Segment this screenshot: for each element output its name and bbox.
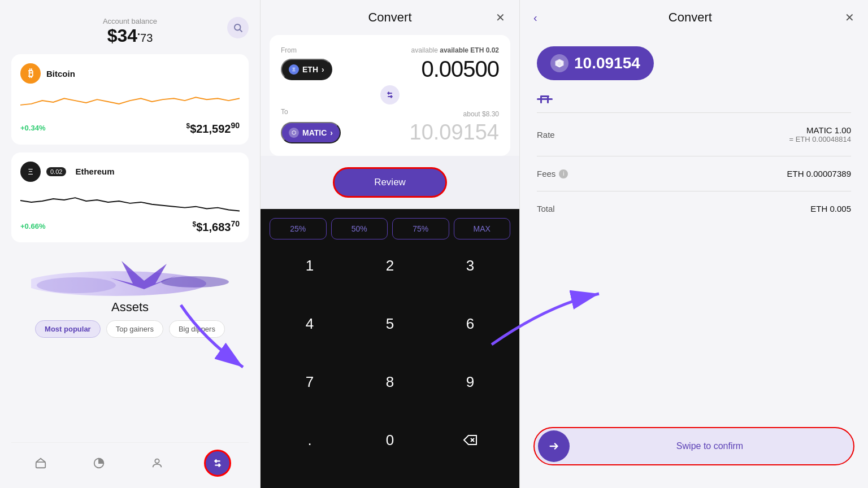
- key-1[interactable]: 1: [270, 246, 350, 285]
- right-panel-title: Convert: [543, 10, 837, 25]
- matic-token-selector[interactable]: ⬡ MATIC ›: [281, 122, 341, 143]
- key-dot[interactable]: .: [270, 421, 350, 459]
- matic-small-icon: [537, 94, 553, 105]
- eth-selector-chevron: ›: [322, 65, 324, 74]
- from-token-label: ETH: [302, 65, 318, 74]
- numpad-presets: 25% 50% 75% MAX: [270, 218, 510, 239]
- matic-badge-icon: [554, 58, 565, 68]
- eth-token-selector[interactable]: Ξ ETH ›: [281, 59, 332, 80]
- preset-50[interactable]: 50%: [331, 218, 388, 239]
- bitcoin-card[interactable]: ₿ Bitcoin +0.34% $$21,59290: [11, 54, 249, 145]
- search-icon: [233, 23, 243, 33]
- svg-line-1: [240, 29, 242, 32]
- rate-value: MATIC 1.00 = ETH 0.00048814: [789, 125, 852, 143]
- ethereum-name: Ethereum: [75, 167, 114, 176]
- bitcoin-change: +0.34%: [20, 124, 45, 132]
- fees-row: Fees i ETH 0.00007389: [537, 161, 851, 186]
- ethereum-badge: 0.02: [46, 167, 66, 176]
- review-button[interactable]: Review: [333, 167, 447, 198]
- assets-graphic-svg: [31, 252, 229, 298]
- divider-top: [537, 112, 851, 113]
- right-close-button[interactable]: ✕: [845, 11, 854, 24]
- ethereum-footer: +0.66% $$1,68370: [20, 219, 240, 234]
- right-header: ‹ Convert ✕: [520, 0, 868, 35]
- about-label: about $8.30: [463, 110, 499, 118]
- swipe-label: Swipe to confirm: [570, 441, 850, 451]
- to-row: To about $8.30 ⬡ MATIC › 10.09154: [281, 108, 499, 145]
- filter-top-gainers[interactable]: Top gainers: [106, 320, 163, 338]
- convert-close-button[interactable]: ✕: [492, 10, 508, 25]
- svg-point-0: [235, 24, 241, 30]
- assets-filters: Most popular Top gainers Big dippers: [11, 320, 249, 338]
- convert-result-badge: 10.09154: [537, 46, 654, 80]
- matic-selector-chevron: ›: [330, 128, 333, 137]
- nav-portfolio[interactable]: [88, 452, 110, 474]
- nav-profile[interactable]: [146, 452, 168, 474]
- divider-bottom: [537, 191, 851, 191]
- key-3[interactable]: 3: [430, 246, 510, 285]
- key-7[interactable]: 7: [270, 363, 350, 401]
- preset-25[interactable]: 25%: [270, 218, 327, 239]
- rate-label: Rate: [537, 130, 555, 140]
- key-9[interactable]: 9: [430, 363, 510, 401]
- user-icon: [151, 457, 163, 469]
- key-6[interactable]: 6: [430, 304, 510, 343]
- matic-result-icon: [550, 54, 568, 72]
- total-value: ETH 0.005: [810, 204, 851, 213]
- divider-mid: [537, 156, 851, 156]
- svg-point-4: [37, 277, 116, 293]
- total-row: Total ETH 0.005: [537, 196, 851, 221]
- from-amount: 0.00500: [421, 56, 499, 82]
- convert-icon: [211, 457, 224, 469]
- nav-convert[interactable]: [204, 450, 231, 477]
- account-balance-label: Account balance: [11, 17, 249, 25]
- convert-form: From available available ETH 0.02 Ξ ETH …: [270, 35, 510, 156]
- available-label: available available ETH 0.02: [411, 46, 499, 54]
- svg-point-5: [161, 276, 229, 287]
- back-button[interactable]: ‹: [533, 11, 537, 24]
- search-button[interactable]: [227, 17, 249, 38]
- eth-mini-icon: Ξ: [289, 64, 299, 75]
- convert-modal-title: Convert: [368, 10, 411, 25]
- assets-title: Assets: [11, 300, 249, 315]
- account-balance-value: $34.73: [11, 25, 249, 46]
- home-icon: [34, 457, 47, 469]
- key-0[interactable]: 0: [350, 421, 430, 459]
- to-label: To: [281, 108, 288, 118]
- preset-max[interactable]: MAX: [454, 218, 511, 239]
- bitcoin-card-header: ₿ Bitcoin: [20, 63, 240, 84]
- svg-rect-14: [540, 95, 549, 97]
- rate-row: Rate MATIC 1.00 = ETH 0.00048814: [537, 117, 851, 151]
- key-4[interactable]: 4: [270, 304, 350, 343]
- nav-home[interactable]: [29, 452, 52, 474]
- from-label: From: [281, 46, 297, 54]
- bitcoin-chart-svg: [20, 88, 240, 116]
- account-balance-dollars: $34: [107, 25, 137, 46]
- swipe-circle: [538, 430, 570, 462]
- swipe-area[interactable]: Swipe to confirm: [533, 427, 854, 465]
- middle-panel: Convert ✕ From available available ETH 0…: [260, 0, 520, 488]
- swap-button[interactable]: [380, 85, 400, 104]
- assets-graphic: [11, 252, 249, 298]
- filter-big-dippers[interactable]: Big dippers: [169, 320, 225, 338]
- key-2[interactable]: 2: [350, 246, 430, 285]
- bitcoin-icon: ₿: [20, 63, 41, 84]
- key-backspace[interactable]: [430, 421, 510, 459]
- filter-most-popular[interactable]: Most popular: [35, 320, 101, 338]
- ethereum-chart: [20, 186, 240, 215]
- bitcoin-price: $$21,59290: [186, 121, 240, 136]
- fees-info-icon[interactable]: i: [559, 169, 568, 178]
- matic-mini-icon: ⬡: [289, 128, 299, 138]
- key-8[interactable]: 8: [350, 363, 430, 401]
- ethereum-change: +0.66%: [20, 222, 45, 230]
- to-row-inner: ⬡ MATIC › 10.09154: [281, 120, 499, 145]
- from-row-inner: Ξ ETH › 0.00500: [281, 56, 499, 82]
- key-5[interactable]: 5: [350, 304, 430, 343]
- ethereum-card[interactable]: Ξ 0.02 Ethereum +0.66% $$1,68370: [11, 152, 249, 243]
- assets-section: Assets Most popular Top gainers Big dipp…: [11, 252, 249, 338]
- preset-75[interactable]: 75%: [392, 218, 449, 239]
- ethereum-price: $$1,68370: [193, 219, 240, 234]
- rate-line2: = ETH 0.00048814: [789, 135, 852, 143]
- result-amount: 10.09154: [574, 54, 640, 72]
- bitcoin-name: Bitcoin: [46, 69, 75, 79]
